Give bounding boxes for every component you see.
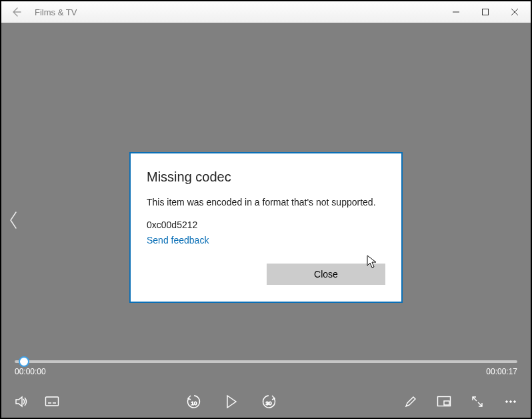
send-feedback-link[interactable]: Send feedback bbox=[147, 235, 209, 246]
minimize-icon bbox=[452, 8, 460, 16]
skip-forward-30-icon: 30 bbox=[260, 393, 277, 410]
arrow-left-icon bbox=[11, 7, 21, 17]
play-icon bbox=[225, 394, 238, 409]
dialog-actions: Close bbox=[147, 264, 385, 285]
svg-point-7 bbox=[510, 401, 512, 403]
previous-media-button[interactable] bbox=[5, 207, 21, 234]
edit-button[interactable] bbox=[401, 392, 420, 411]
svg-rect-1 bbox=[46, 397, 59, 406]
skip-forward-button[interactable]: 30 bbox=[259, 392, 278, 411]
close-icon bbox=[511, 8, 519, 16]
mini-view-icon bbox=[437, 396, 451, 408]
back-button[interactable] bbox=[8, 4, 24, 20]
pencil-icon bbox=[404, 395, 417, 408]
volume-icon bbox=[14, 394, 29, 409]
dialog-message: This item was encoded in a format that's… bbox=[147, 197, 385, 207]
subtitles-icon bbox=[45, 396, 59, 408]
time-duration: 00:00:17 bbox=[486, 367, 517, 376]
svg-rect-5 bbox=[444, 401, 449, 405]
more-options-button[interactable] bbox=[501, 392, 520, 411]
mini-view-button[interactable] bbox=[435, 392, 453, 411]
play-button[interactable] bbox=[222, 392, 241, 411]
svg-text:30: 30 bbox=[266, 400, 272, 406]
dialog-close-button[interactable]: Close bbox=[267, 264, 385, 285]
dialog-title: Missing codec bbox=[147, 169, 385, 185]
time-current: 00:00:00 bbox=[15, 367, 46, 376]
minimize-button[interactable] bbox=[441, 3, 471, 21]
video-stage: Missing codec This item was encoded in a… bbox=[1, 23, 531, 418]
svg-point-6 bbox=[506, 401, 508, 403]
titlebar: Films & TV bbox=[1, 1, 531, 23]
seek-thumb[interactable] bbox=[19, 356, 29, 367]
svg-point-8 bbox=[514, 401, 516, 403]
subtitles-button[interactable] bbox=[43, 392, 61, 411]
more-icon bbox=[504, 399, 517, 404]
maximize-button[interactable] bbox=[471, 3, 500, 21]
dialog-error-code: 0xc00d5212 bbox=[147, 220, 385, 230]
fullscreen-icon bbox=[471, 395, 484, 408]
playback-toolbar: 10 30 bbox=[1, 386, 531, 418]
skip-back-button[interactable]: 10 bbox=[185, 392, 203, 411]
fullscreen-button[interactable] bbox=[468, 392, 487, 411]
skip-back-10-icon: 10 bbox=[185, 393, 203, 410]
close-window-button[interactable] bbox=[500, 3, 529, 21]
app-title: Films & TV bbox=[35, 7, 77, 17]
svg-text:10: 10 bbox=[191, 400, 197, 406]
seek-track[interactable] bbox=[15, 360, 517, 363]
app-window: Films & TV Missing codec This item was e… bbox=[0, 0, 532, 419]
error-dialog: Missing codec This item was encoded in a… bbox=[129, 152, 403, 303]
chevron-left-icon bbox=[9, 211, 18, 230]
volume-button[interactable] bbox=[12, 392, 31, 411]
svg-rect-0 bbox=[483, 9, 489, 15]
maximize-icon bbox=[481, 8, 489, 16]
timeline: 00:00:00 00:00:17 bbox=[15, 360, 517, 376]
